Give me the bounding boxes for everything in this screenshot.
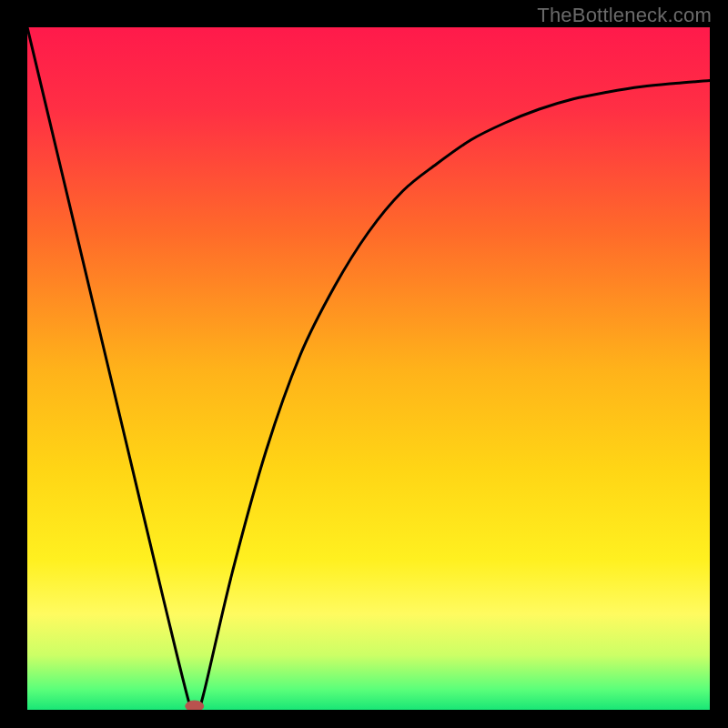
chart-svg xyxy=(27,27,710,710)
minimum-marker xyxy=(186,701,204,710)
chart-frame: TheBottleneck.com xyxy=(0,0,728,728)
plot-area xyxy=(27,27,710,710)
watermark-text: TheBottleneck.com xyxy=(537,4,712,27)
gradient-background xyxy=(27,27,710,710)
